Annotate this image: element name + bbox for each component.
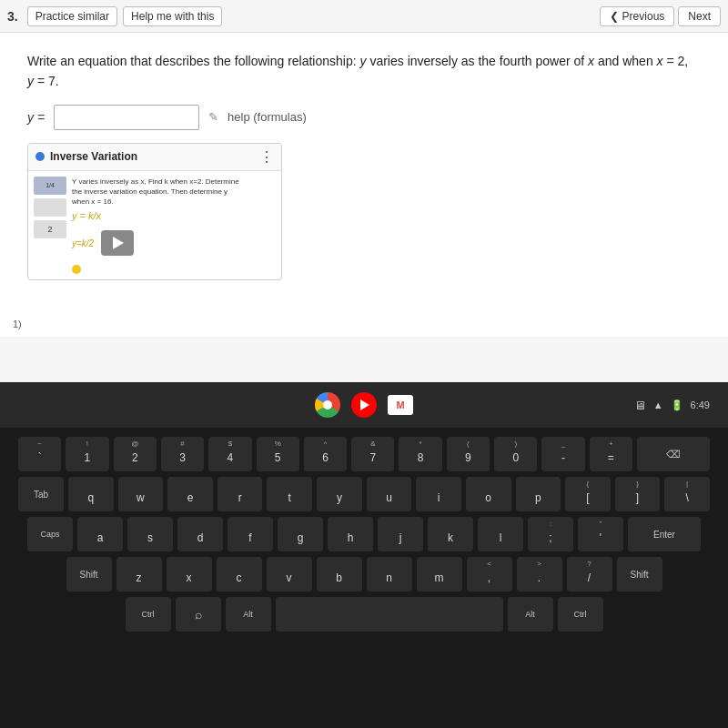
- video-body: 1/4 2 Y varies inversely as x, Find k wh…: [28, 171, 281, 280]
- keyboard-row-5: Ctrl ⌕ Alt Alt Ctrl: [18, 597, 710, 632]
- key-bracket-right[interactable]: }]: [615, 477, 661, 511]
- question-num-bottom: 1): [13, 318, 22, 329]
- key-v[interactable]: v: [267, 557, 312, 592]
- key-space[interactable]: [276, 597, 503, 632]
- answer-input[interactable]: [54, 105, 199, 130]
- key-alt-left[interactable]: Alt: [226, 597, 271, 632]
- screen: 3. Practice similar Help me with this ❮ …: [0, 0, 728, 382]
- youtube-icon[interactable]: [351, 392, 377, 418]
- key-period[interactable]: >.: [517, 557, 562, 592]
- gmail-icon[interactable]: M: [388, 395, 413, 415]
- key-backspace[interactable]: ⌫: [637, 437, 710, 471]
- chrome-icon[interactable]: [315, 392, 340, 418]
- key-r[interactable]: r: [217, 477, 263, 511]
- practice-similar-button[interactable]: Practice similar: [27, 6, 117, 26]
- key-y[interactable]: y: [317, 477, 362, 511]
- key-backtick[interactable]: ~`: [18, 437, 61, 471]
- key-6[interactable]: ^6: [304, 437, 347, 471]
- video-sidebar-item-2[interactable]: [34, 198, 66, 217]
- key-7[interactable]: &7: [351, 437, 394, 471]
- key-z[interactable]: z: [116, 557, 162, 592]
- key-4[interactable]: $4: [208, 437, 251, 471]
- play-triangle-icon: [113, 237, 124, 249]
- key-ctrl-right[interactable]: Ctrl: [558, 597, 603, 632]
- key-shift-left[interactable]: Shift: [66, 557, 112, 592]
- help-formulas-link[interactable]: help (formulas): [228, 110, 307, 124]
- key-3[interactable]: #3: [161, 437, 204, 471]
- key-ctrl-left[interactable]: Ctrl: [126, 597, 171, 632]
- key-alt-right[interactable]: Alt: [508, 597, 553, 632]
- video-sidebar-item-3[interactable]: 2: [34, 220, 66, 238]
- y-label: y =: [27, 110, 45, 125]
- key-m[interactable]: m: [417, 557, 462, 592]
- battery-icon: 🔋: [671, 399, 683, 411]
- chrome-inner: [323, 400, 332, 410]
- video-math2: y=k/2: [72, 238, 94, 248]
- key-e[interactable]: e: [167, 477, 213, 511]
- video-menu-icon[interactable]: ⋮: [259, 148, 274, 166]
- key-comma[interactable]: <,: [467, 557, 512, 592]
- video-title-row: Inverse Variation: [35, 150, 137, 163]
- gmail-m-icon: M: [396, 399, 404, 410]
- key-c[interactable]: c: [217, 557, 262, 592]
- key-quote[interactable]: "': [578, 517, 623, 551]
- main-content: Write an equation that describes the fol…: [0, 33, 728, 337]
- video-sidebar-item-1[interactable]: 1/4: [34, 177, 66, 195]
- pencil-icon[interactable]: ✎: [208, 110, 218, 124]
- help-me-button[interactable]: Help me with this: [123, 6, 222, 26]
- key-x[interactable]: x: [167, 557, 212, 592]
- next-button[interactable]: Next: [678, 6, 721, 26]
- key-tab[interactable]: Tab: [18, 477, 64, 511]
- key-f[interactable]: f: [228, 517, 273, 551]
- question-number: 3.: [7, 9, 18, 24]
- previous-button[interactable]: ❮ Previous: [600, 6, 674, 26]
- play-button[interactable]: [101, 230, 134, 256]
- key-8[interactable]: *8: [399, 437, 441, 471]
- key-semicolon[interactable]: :;: [528, 517, 573, 551]
- video-main: Y varies inversely as x, Find k when x=2…: [72, 177, 276, 275]
- taskbar-center: M: [315, 392, 413, 418]
- video-title: Inverse Variation: [50, 150, 137, 163]
- key-t[interactable]: t: [267, 477, 312, 511]
- key-q[interactable]: q: [68, 477, 114, 511]
- key-s[interactable]: s: [127, 517, 173, 551]
- key-o[interactable]: o: [466, 477, 511, 511]
- key-a[interactable]: a: [77, 517, 123, 551]
- key-n[interactable]: n: [367, 557, 412, 592]
- key-9[interactable]: (9: [447, 437, 490, 471]
- key-backslash[interactable]: |\: [664, 477, 710, 511]
- key-slash[interactable]: ?/: [567, 557, 612, 592]
- key-shift-right[interactable]: Shift: [617, 557, 662, 592]
- key-enter[interactable]: Enter: [628, 517, 701, 551]
- taskbar: M 🖥 ▲ 🔋 6:49: [0, 382, 728, 428]
- key-i[interactable]: i: [416, 477, 461, 511]
- keyboard-row-4: Shift z x c v b n m <, >. ?/ Shift: [18, 557, 710, 592]
- key-0[interactable]: )0: [494, 437, 537, 471]
- keyboard-row-3: Caps a s d f g h j k l :; "' Enter: [18, 517, 710, 551]
- key-5[interactable]: %5: [257, 437, 299, 471]
- answer-row: y = ✎ help (formulas): [27, 105, 701, 130]
- key-bracket-left[interactable]: {[: [565, 477, 611, 511]
- key-equals[interactable]: +=: [590, 437, 632, 471]
- yellow-dot-icon: [72, 265, 81, 274]
- key-j[interactable]: j: [378, 517, 423, 551]
- problem-text: Write an equation that describes the fol…: [27, 51, 701, 92]
- key-k[interactable]: k: [428, 517, 473, 551]
- key-search[interactable]: ⌕: [176, 597, 221, 632]
- key-u[interactable]: u: [367, 477, 412, 511]
- top-bar-left: 3. Practice similar Help me with this: [7, 6, 222, 26]
- key-d[interactable]: d: [177, 517, 223, 551]
- screen-icon: 🖥: [634, 399, 646, 412]
- key-l[interactable]: l: [478, 517, 523, 551]
- key-p[interactable]: p: [516, 477, 561, 511]
- key-1[interactable]: !1: [66, 437, 108, 471]
- key-caps[interactable]: Caps: [27, 517, 73, 551]
- key-2[interactable]: @2: [114, 437, 157, 471]
- key-minus[interactable]: _-: [541, 437, 584, 471]
- wifi-icon: ▲: [653, 399, 663, 410]
- key-b[interactable]: b: [317, 557, 362, 592]
- taskbar-time: 6:49: [691, 399, 710, 410]
- key-w[interactable]: w: [118, 477, 164, 511]
- key-g[interactable]: g: [278, 517, 323, 551]
- key-h[interactable]: h: [328, 517, 373, 551]
